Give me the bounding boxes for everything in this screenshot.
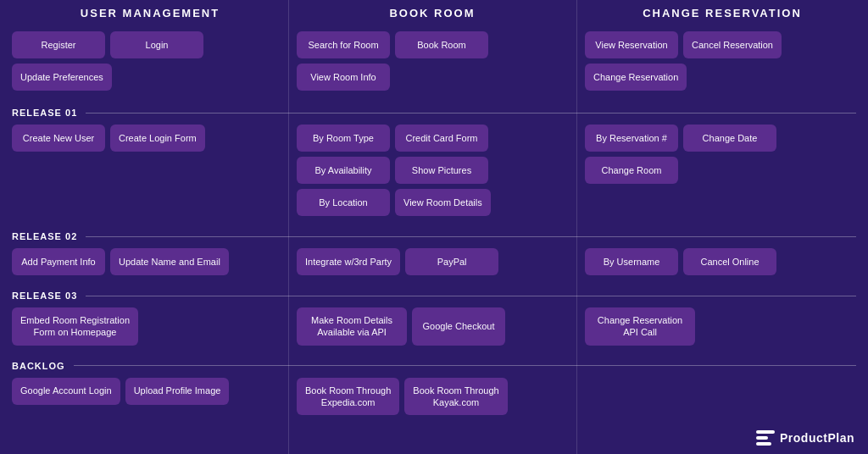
by-username-button[interactable]: By Username [585, 248, 678, 275]
login-button[interactable]: Login [110, 31, 203, 58]
release02-label: RELEASE 02 [12, 231, 77, 241]
show-pictures-button[interactable]: Show Pictures [395, 157, 488, 184]
productplan-icon [756, 430, 775, 446]
by-location-button[interactable]: By Location [297, 189, 390, 216]
col1-header: USER MANAGEMENT [0, 0, 288, 28]
backlog-label: BACKLOG [12, 361, 65, 371]
col2-header: BOOK ROOM [288, 0, 576, 28]
col3-header: CHANGE RESERVATION [576, 0, 868, 28]
view-room-info-button[interactable]: View Room Info [297, 64, 390, 91]
make-room-details-api-button[interactable]: Make Room Details Available via API [297, 307, 407, 346]
by-room-type-button[interactable]: By Room Type [297, 125, 390, 152]
logo-text: ProductPlan [780, 431, 854, 445]
book-room-kayak-button[interactable]: Book Room Through Kayak.com [404, 378, 507, 416]
search-for-room-button[interactable]: Search for Room [297, 31, 390, 58]
update-name-email-button[interactable]: Update Name and Email [110, 248, 229, 275]
add-payment-info-button[interactable]: Add Payment Info [12, 248, 105, 275]
release03-label: RELEASE 03 [12, 291, 77, 301]
cancel-reservation-button[interactable]: Cancel Reservation [683, 31, 782, 58]
paypal-button[interactable]: PayPal [405, 248, 498, 275]
view-room-details-button[interactable]: View Room Details [395, 189, 491, 216]
by-availability-button[interactable]: By Availability [297, 157, 390, 184]
credit-card-form-button[interactable]: Credit Card Form [395, 125, 488, 152]
upload-profile-image-button[interactable]: Upload Profile Image [125, 378, 230, 405]
cancel-online-button[interactable]: Cancel Online [683, 248, 776, 275]
by-reservation-number-button[interactable]: By Reservation # [585, 125, 678, 152]
google-account-login-button[interactable]: Google Account Login [12, 378, 120, 405]
logo-area: ProductPlan [756, 430, 854, 446]
register-button[interactable]: Register [12, 31, 105, 58]
embed-room-registration-button[interactable]: Embed Room Registration Form on Homepage [12, 307, 138, 346]
release01-label: RELEASE 01 [12, 108, 77, 118]
view-reservation-button[interactable]: View Reservation [585, 31, 678, 58]
create-login-form-button[interactable]: Create Login Form [110, 125, 205, 152]
book-room-button[interactable]: Book Room [395, 31, 488, 58]
change-reservation-button[interactable]: Change Reservation [585, 64, 687, 91]
change-room-button[interactable]: Change Room [585, 157, 678, 184]
google-checkout-button[interactable]: Google Checkout [412, 307, 505, 346]
change-date-button[interactable]: Change Date [683, 125, 776, 152]
integrate-3rd-party-button[interactable]: Integrate w/3rd Party [297, 248, 400, 275]
change-reservation-api-button[interactable]: Change Reservation API Call [585, 307, 695, 346]
create-new-user-button[interactable]: Create New User [12, 125, 105, 152]
book-room-expedia-button[interactable]: Book Room Through Expedia.com [297, 378, 399, 416]
update-preferences-button[interactable]: Update Preferences [12, 64, 112, 91]
